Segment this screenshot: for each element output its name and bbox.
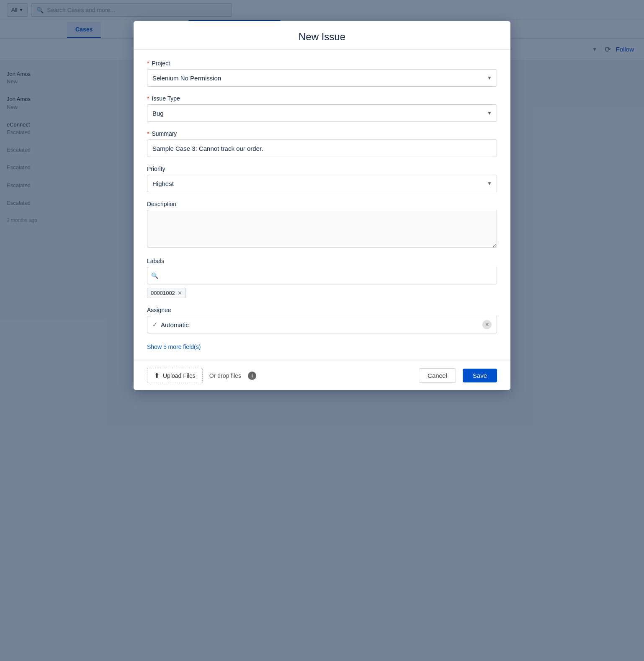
description-textarea[interactable]	[147, 210, 497, 248]
labels-field-group: Labels 🔍 00001002 ✕	[147, 258, 497, 298]
labels-tags-container: 00001002 ✕	[147, 288, 497, 298]
project-label: * Project	[147, 60, 497, 67]
save-button[interactable]: Save	[463, 369, 497, 382]
issue-type-field-group: * Issue Type Bug ▼	[147, 95, 497, 122]
remove-label-icon[interactable]: ✕	[178, 290, 182, 296]
issue-type-select[interactable]: Bug	[147, 104, 497, 122]
project-select-wrapper[interactable]: Selenium No Permission ▼	[147, 69, 497, 87]
project-select[interactable]: Selenium No Permission	[147, 69, 497, 87]
required-star: *	[147, 60, 149, 67]
modal-body: * Project Selenium No Permission ▼ * Iss…	[134, 50, 510, 361]
priority-field-group: Priority Highest High Medium Low Lowest …	[147, 165, 497, 192]
priority-select-wrapper[interactable]: Highest High Medium Low Lowest ▼	[147, 175, 497, 192]
project-field-group: * Project Selenium No Permission ▼	[147, 60, 497, 87]
labels-label: Labels	[147, 258, 497, 264]
summary-label: * Summary	[147, 130, 497, 137]
checkmark-icon: ✓	[152, 321, 157, 328]
modal-footer: ⬆ Upload Files Or drop files i Cancel Sa…	[134, 361, 510, 390]
summary-input[interactable]	[147, 139, 497, 157]
show-more-link[interactable]: Show 5 more field(s)	[147, 343, 201, 350]
issue-type-select-wrapper[interactable]: Bug ▼	[147, 104, 497, 122]
description-field-group: Description	[147, 201, 497, 249]
priority-label: Priority	[147, 165, 497, 172]
show-more-fields: Show 5 more field(s)	[147, 342, 497, 351]
upload-files-button[interactable]: ⬆ Upload Files	[147, 368, 203, 383]
modal-header: New Issue	[134, 21, 510, 50]
label-tag: 00001002 ✕	[147, 288, 186, 298]
assignee-label: Assignee	[147, 307, 497, 313]
assignee-clear-icon[interactable]: ✕	[482, 320, 492, 329]
required-star: *	[147, 95, 149, 102]
cancel-button[interactable]: Cancel	[419, 368, 456, 383]
info-icon[interactable]: i	[248, 372, 256, 380]
modal-title: New Issue	[147, 31, 497, 43]
assignee-left: ✓ Automatic	[152, 321, 189, 328]
labels-search-wrapper: 🔍	[147, 267, 497, 284]
issue-type-label: * Issue Type	[147, 95, 497, 102]
new-issue-modal: New Issue * Project Selenium No Permissi…	[134, 21, 510, 390]
drop-files-text: Or drop files	[209, 372, 241, 379]
required-star: *	[147, 130, 149, 137]
assignee-field[interactable]: ✓ Automatic ✕	[147, 316, 497, 333]
labels-search-input[interactable]	[147, 267, 497, 284]
description-label: Description	[147, 201, 497, 207]
upload-icon: ⬆	[154, 372, 160, 380]
priority-select[interactable]: Highest High Medium Low Lowest	[147, 175, 497, 192]
summary-field-group: * Summary	[147, 130, 497, 157]
assignee-field-group: Assignee ✓ Automatic ✕	[147, 307, 497, 333]
search-icon: 🔍	[151, 272, 158, 279]
